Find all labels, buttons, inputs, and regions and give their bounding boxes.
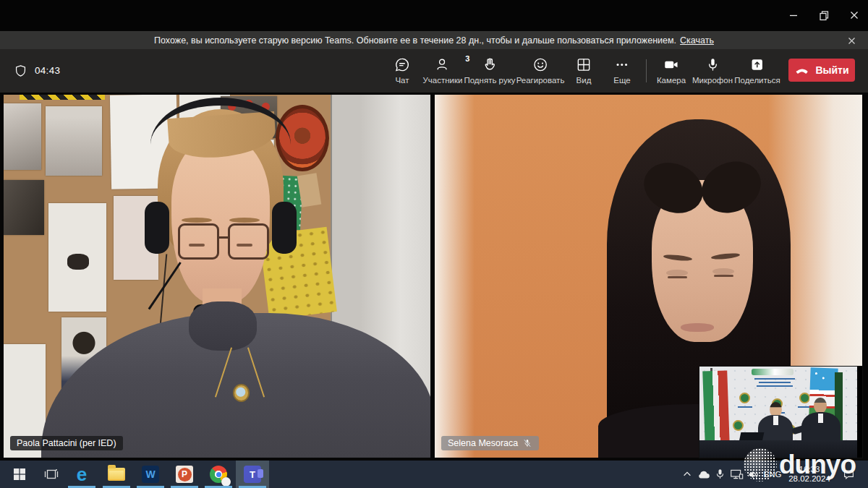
emblem-text (738, 406, 752, 408)
camera-icon (663, 56, 680, 73)
share-label: Поделиться (734, 76, 780, 85)
pinned-photo (46, 106, 102, 176)
headphone-earcup (145, 202, 169, 254)
shield-icon[interactable] (14, 64, 27, 81)
raise-hand-button[interactable]: Поднять руку (464, 56, 515, 85)
react-button[interactable]: Реагировать (516, 56, 565, 85)
toolbar-divider (646, 59, 647, 82)
word-icon: W (142, 466, 159, 483)
pinned-photo (4, 180, 44, 235)
tray-onedrive-button[interactable] (694, 461, 713, 488)
leave-label: Выйти (815, 64, 848, 76)
close-icon (848, 37, 856, 45)
edge-icon: e (77, 466, 87, 483)
more-dots-icon (614, 56, 631, 73)
camera-label: Камера (657, 76, 686, 85)
restore-icon (819, 10, 830, 21)
speaker-shirt (773, 416, 778, 425)
update-banner: Похоже, вы используете старую версию Tea… (0, 31, 868, 49)
glasses-right-lens (228, 223, 269, 260)
microphone-button[interactable]: Микрофон (692, 56, 733, 85)
close-icon (849, 10, 859, 20)
eye (712, 268, 734, 275)
windows-taskbar: e W P T (0, 461, 868, 488)
name-tag-paola: Paola Pattacini (per IED) (10, 436, 123, 450)
eyebrow (229, 218, 260, 223)
start-button[interactable] (3, 461, 36, 488)
more-button[interactable]: Еще (613, 56, 630, 85)
taskbar-app-edge[interactable]: e (65, 461, 98, 488)
taskbar-app-explorer[interactable] (100, 461, 133, 488)
tray-action-center-button[interactable] (838, 461, 859, 488)
participant-name: Selena Mesoraca (448, 438, 518, 448)
banner-close-button[interactable] (845, 34, 858, 47)
banner-download-link[interactable]: Скачать (680, 35, 714, 46)
smiley-icon (532, 56, 549, 73)
taskbar-app-word[interactable]: W (134, 461, 167, 488)
windows-logo-icon (13, 468, 26, 481)
raise-hand-label: Поднять руку (464, 76, 515, 85)
speaker-icon (747, 469, 760, 480)
display-network-icon (730, 468, 744, 480)
tray-volume-button[interactable] (744, 461, 762, 488)
mic-off-icon (522, 438, 532, 448)
headphone-earcup (272, 202, 297, 254)
share-icon (749, 56, 765, 73)
video-tile-paola[interactable]: Paola Pattacini (per IED) (4, 95, 430, 458)
camera-button[interactable]: Камера (657, 56, 686, 85)
pip-edge (857, 367, 862, 458)
chat-button[interactable]: Чат (394, 56, 411, 85)
participants-label: Участники (423, 76, 463, 85)
close-window-button[interactable] (843, 4, 865, 26)
minimize-button[interactable] (783, 4, 804, 26)
react-label: Реагировать (516, 76, 565, 85)
banner-message: Похоже, вы используете старую версию Tea… (154, 35, 676, 46)
taskbar-app-powerpoint[interactable]: P (168, 461, 201, 488)
tray-clock[interactable]: 16:33 28.02.2024 (786, 461, 833, 488)
meeting-stage: Paola Pattacini (per IED) Selena Mesorac… (0, 93, 868, 461)
emblem (739, 393, 750, 403)
chevron-up-icon (682, 469, 692, 479)
raise-hand-icon (481, 56, 498, 73)
video-tile-pip-press-conference[interactable] (699, 367, 862, 458)
eye (237, 244, 252, 247)
name-tag-selena: Selena Mesoraca (441, 436, 539, 450)
more-label: Еще (613, 76, 630, 85)
microphone-label: Микрофон (692, 76, 733, 85)
restore-button[interactable] (813, 4, 835, 26)
eyelash (668, 276, 687, 278)
tray-chevron-button[interactable] (678, 461, 696, 488)
chat-label: Чат (394, 76, 411, 85)
leave-button[interactable]: Выйти (788, 59, 855, 82)
view-label: Вид (576, 76, 592, 85)
desk (699, 440, 862, 458)
lips (681, 323, 714, 332)
taskbar-app-teams[interactable]: T (236, 461, 269, 488)
emblem (733, 420, 744, 431)
participant-name: Paola Pattacini (per IED) (17, 438, 116, 448)
call-timer: 04:43 (35, 65, 60, 76)
emblem (799, 393, 810, 403)
eyebrow (182, 218, 212, 223)
glasses-bridge (219, 236, 228, 239)
view-button[interactable]: Вид (576, 56, 592, 85)
pinned-photo (4, 103, 41, 170)
teams-meeting-window: Похоже, вы используете старую версию Tea… (0, 0, 868, 488)
participants-button[interactable]: 3 Участники (423, 56, 463, 85)
task-view-button[interactable] (35, 461, 68, 488)
eye (189, 244, 205, 247)
necklace-pendant (233, 384, 250, 402)
share-button[interactable]: Поделиться (734, 56, 780, 85)
backdrop-text (757, 385, 793, 387)
notification-icon (843, 468, 855, 480)
hang-up-icon (794, 62, 810, 78)
microphone-icon (704, 56, 720, 73)
taskbar-app-chrome[interactable] (202, 461, 235, 488)
tray-time: 16:33 (799, 465, 820, 474)
tray-microphone-button[interactable] (712, 461, 728, 488)
tray-language-switcher[interactable]: ENG (762, 461, 783, 488)
file-explorer-icon (108, 468, 125, 481)
turtleneck-collar (189, 301, 257, 351)
glasses-left-lens (178, 223, 219, 260)
backdrop-banner (752, 369, 793, 375)
